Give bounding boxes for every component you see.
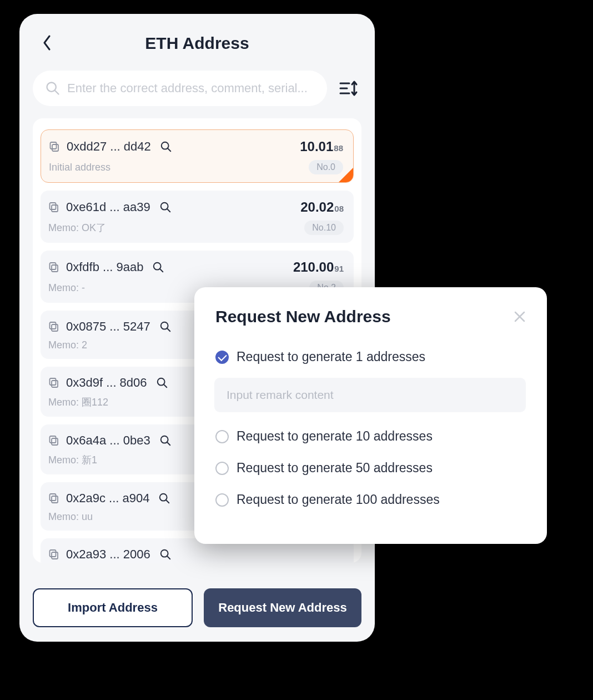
option-label: Request to generate 50 addresses <box>237 461 433 476</box>
address-left: 0x2a9c ... a904 <box>48 491 170 506</box>
magnify-icon[interactable] <box>159 201 172 213</box>
back-button[interactable] <box>38 34 56 52</box>
remark-input[interactable] <box>227 388 514 402</box>
balance-main: 20.02 <box>300 199 334 215</box>
memo: Memo: - <box>48 282 85 294</box>
address-text: 0x0875 ... 5247 <box>66 319 150 334</box>
copy-icon[interactable] <box>48 262 59 273</box>
copy-icon[interactable] <box>48 493 59 504</box>
svg-rect-18 <box>52 324 58 331</box>
svg-line-13 <box>167 209 170 212</box>
svg-line-25 <box>163 384 167 388</box>
header: ETH Address <box>33 29 361 57</box>
address-card[interactable]: 0xe61d ... aa3920.0208Memo: OK了No.10 <box>41 191 354 243</box>
copy-icon[interactable] <box>48 377 59 388</box>
magnify-icon[interactable] <box>158 492 170 504</box>
radio-checked-icon[interactable] <box>215 351 229 364</box>
sort-icon <box>339 80 358 97</box>
selected-corner-marker <box>338 167 354 183</box>
svg-line-17 <box>160 269 163 272</box>
svg-rect-23 <box>50 378 56 385</box>
copy-icon[interactable] <box>49 141 60 152</box>
search-icon <box>45 81 61 96</box>
balance-dec: 91 <box>334 264 344 273</box>
import-address-button[interactable]: Import Address <box>33 588 193 627</box>
address-row-top: 0xdd27 ... dd4210.0188 <box>49 139 343 154</box>
balance: 210.0091 <box>293 259 344 275</box>
radio-unchecked-icon[interactable] <box>215 462 229 475</box>
balance-main: 210.00 <box>293 259 334 275</box>
copy-icon[interactable] <box>48 202 59 213</box>
svg-rect-30 <box>52 496 58 503</box>
address-row-top: 0xe61d ... aa3920.0208 <box>48 199 344 215</box>
address-left: 0x0875 ... 5247 <box>48 319 172 334</box>
memo: Initial address <box>49 162 110 173</box>
option-label: Request to generate 1 addresses <box>237 349 425 364</box>
option-label: Request to generate 10 addresses <box>237 429 433 444</box>
search-row <box>33 71 361 106</box>
svg-line-1 <box>55 91 59 94</box>
modal-header: Request New Address <box>215 307 526 326</box>
memo: Memo: 2 <box>48 339 87 351</box>
magnify-icon[interactable] <box>159 434 172 447</box>
search-box[interactable] <box>33 71 327 106</box>
svg-rect-15 <box>50 263 56 269</box>
option-label: Request to generate 100 addresses <box>237 492 440 507</box>
radio-unchecked-icon[interactable] <box>215 493 229 507</box>
request-new-address-button[interactable]: Request New Address <box>204 588 361 627</box>
svg-line-37 <box>167 556 170 559</box>
address-left: 0x6a4a ... 0be3 <box>48 433 172 448</box>
modal-options: Request to generate 1 addressesRequest t… <box>215 349 526 507</box>
serial-badge: No.10 <box>304 221 344 235</box>
generate-option[interactable]: Request to generate 50 addresses <box>215 461 526 476</box>
svg-rect-26 <box>52 438 58 445</box>
memo: Memo: 圈112 <box>48 396 108 409</box>
address-left: 0xfdfb ... 9aab <box>48 260 164 274</box>
address-text: 0x3d9f ... 8d06 <box>66 376 147 390</box>
balance: 10.0188 <box>300 139 343 154</box>
svg-rect-14 <box>52 265 58 272</box>
svg-line-29 <box>167 442 170 446</box>
address-row-bottom: Initial addressNo.0 <box>49 160 343 174</box>
svg-rect-10 <box>52 205 58 212</box>
address-left: 0x3d9f ... 8d06 <box>48 376 168 390</box>
copy-icon[interactable] <box>48 435 59 446</box>
svg-line-9 <box>167 148 170 152</box>
svg-rect-7 <box>51 142 57 149</box>
magnify-icon[interactable] <box>159 548 172 561</box>
generate-option[interactable]: Request to generate 1 addresses <box>215 349 526 364</box>
svg-line-21 <box>167 328 170 332</box>
magnify-icon[interactable] <box>156 377 168 389</box>
memo: Memo: OK了 <box>48 221 106 234</box>
balance-main: 10.01 <box>300 139 333 154</box>
generate-option[interactable]: Request to generate 10 addresses <box>215 429 526 444</box>
magnify-icon[interactable] <box>152 261 164 273</box>
sort-button[interactable] <box>336 76 361 101</box>
radio-unchecked-icon[interactable] <box>215 430 229 443</box>
address-card[interactable]: 0xdd27 ... dd4210.0188Initial addressNo.… <box>41 129 354 183</box>
generate-option[interactable]: Request to generate 100 addresses <box>215 492 526 507</box>
copy-icon[interactable] <box>48 321 59 332</box>
bottom-buttons: Import Address Request New Address <box>33 588 361 627</box>
memo: Memo: uu <box>48 511 93 523</box>
search-input[interactable] <box>67 81 315 96</box>
address-left: 0xe61d ... aa39 <box>48 200 172 214</box>
address-row-bottom: Memo: OK了No.10 <box>48 221 344 235</box>
balance: 20.0208 <box>300 199 344 215</box>
copy-icon[interactable] <box>48 549 59 560</box>
balance-dec: 08 <box>334 204 344 213</box>
close-icon[interactable] <box>514 311 526 323</box>
magnify-icon[interactable] <box>159 321 172 333</box>
svg-rect-35 <box>50 550 56 557</box>
request-new-address-modal: Request New Address Request to generate … <box>194 287 547 544</box>
svg-line-33 <box>166 500 169 503</box>
address-text: 0x2a93 ... 2006 <box>66 547 150 562</box>
chevron-left-icon <box>43 35 52 51</box>
address-left: 0xdd27 ... dd42 <box>49 139 172 154</box>
svg-rect-34 <box>52 552 58 559</box>
remark-input-box[interactable] <box>214 378 526 412</box>
magnify-icon[interactable] <box>160 141 172 153</box>
svg-rect-31 <box>50 494 56 501</box>
address-text: 0xfdfb ... 9aab <box>66 260 143 274</box>
address-text: 0xe61d ... aa39 <box>66 200 150 214</box>
